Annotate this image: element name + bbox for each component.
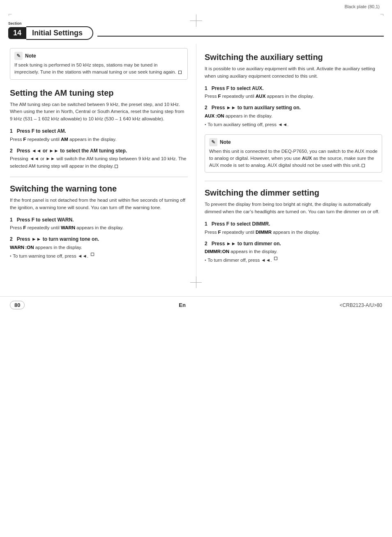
corner-left: ⌐ [8, 11, 12, 18]
warning-desc: If the front panel is not detached from … [10, 197, 188, 212]
bottom-cross [190, 277, 202, 288]
warning-step1-body: Press F repeatedly until WARN appears in… [10, 224, 188, 232]
section-label: Section [8, 21, 93, 25]
warning-step-2: 2 Press ►► to turn warning tone on. WARN… [10, 236, 188, 260]
note-header-1: ✎ Note [14, 52, 183, 60]
note-header-2: ✎ Note [209, 138, 378, 146]
am-step2-heading: 2 Press ◄◄ or ►► to select the AM tuning… [10, 148, 188, 154]
warning-step2-body: WARN :ON appears in the display. To turn… [10, 244, 188, 260]
aux-step2-heading: 2 Press ►► to turn auxiliary setting on. [205, 104, 382, 111]
dimmer-step-2: 2 Press ►► to turn dimmer on. DIMMR:ON a… [205, 240, 382, 264]
dimmer-bullet: To turn dimmer off, press ◄◄. [205, 257, 382, 264]
footer-lang: En [179, 302, 186, 308]
note-icon-2: ✎ [209, 138, 217, 146]
note-label-2: Note [220, 139, 231, 145]
warning-bullet: To turn warning tone off, press ◄◄. [10, 253, 188, 260]
note-text-2: When this unit is connected to the DEQ-P… [209, 148, 378, 169]
divider-2 [205, 181, 382, 181]
aux-bullet: To turn auxiliary setting off, press ◄◄. [205, 121, 382, 129]
section-header-line [97, 25, 384, 37]
am-step1-body: Press F repeatedly until AM appears in t… [10, 136, 188, 143]
footer-code: <CRB2123-A/U>80 [340, 302, 382, 308]
left-column: ✎ Note If seek tuning is performed in 50… [0, 44, 196, 277]
am-title: Setting the AM tuning step [10, 88, 188, 98]
end-marker-note2 [362, 164, 365, 167]
page-number: 80 [10, 301, 25, 309]
dimmer-title: Switching the dimmer setting [205, 188, 382, 198]
aux-step-2: 2 Press ►► to turn auxiliary setting on.… [205, 104, 382, 128]
aux-step1-heading: 1 Press F to select AUX. [205, 85, 382, 92]
am-desc: The AM tuning step can be switched betwe… [10, 101, 188, 123]
note-text-1: If seek tuning is performed in 50 kHz st… [14, 62, 183, 76]
aux-desc: It is possible to use auxiliary equipmen… [205, 65, 382, 80]
corner-right: ¬ [380, 11, 384, 18]
section-number: 14 [8, 27, 26, 39]
am-step1-heading: 1 Press F to select AM. [10, 128, 188, 135]
note-box-2: ✎ Note When this unit is connected to th… [205, 134, 382, 173]
black-plate-label: Black plate (80,1) [344, 4, 380, 9]
top-decoration: ⌐ ¬ [0, 11, 392, 18]
end-marker-am [115, 165, 118, 168]
dimmer-desc: To prevent the display from being too br… [205, 201, 382, 216]
warning-step2-heading: 2 Press ►► to turn warning tone on. [10, 236, 188, 243]
setting-dimmer-section: Switching the dimmer setting To prevent … [205, 188, 382, 264]
crosshair-top [190, 14, 202, 27]
warning-step-1: 1 Press F to select WARN. Press F repeat… [10, 217, 188, 232]
aux-step1-body: Press F repeatedly until AUX appears in … [205, 93, 382, 100]
dimmer-step2-body: DIMMR:ON appears in the display. To turn… [205, 248, 382, 264]
note-box-1: ✎ Note If seek tuning is performed in 50… [10, 48, 188, 80]
page-footer: 80 En <CRB2123-A/U>80 [0, 296, 392, 313]
note-label-1: Note [25, 53, 36, 59]
setting-am-section: Setting the AM tuning step The AM tuning… [10, 88, 188, 170]
setting-warning-section: Switching the warning tone If the front … [10, 184, 188, 260]
crosshair-bottom [0, 277, 392, 288]
am-step-2: 2 Press ◄◄ or ►► to select the AM tuning… [10, 148, 188, 170]
dimmer-step2-heading: 2 Press ►► to turn dimmer on. [205, 240, 382, 247]
page-header: Black plate (80,1) [0, 0, 392, 9]
dimmer-step1-heading: 1 Press F to select DIMMR. [205, 221, 382, 228]
warning-step1-heading: 1 Press F to select WARN. [10, 217, 188, 224]
aux-step2-body: AUX :ON appears in the display. To turn … [205, 113, 382, 129]
am-step2-body: Pressing ◄◄ or ►► will switch the AM tun… [10, 155, 188, 170]
end-marker-dimmer [274, 257, 277, 260]
aux-step-1: 1 Press F to select AUX. Press F repeate… [205, 85, 382, 101]
am-step-1: 1 Press F to select AM. Press F repeated… [10, 128, 188, 143]
section-title: Initial Settings [26, 26, 93, 40]
dimmer-step-1: 1 Press F to select DIMMR. Press F repea… [205, 221, 382, 236]
end-marker-warn [91, 253, 94, 256]
warning-title: Switching the warning tone [10, 184, 188, 194]
main-content: ✎ Note If seek tuning is performed in 50… [0, 44, 392, 277]
divider-1 [10, 177, 188, 177]
aux-title: Switching the auxiliary setting [205, 52, 382, 62]
right-column: Switching the auxiliary setting It is po… [196, 44, 392, 277]
setting-aux-section: Switching the auxiliary setting It is po… [205, 52, 382, 129]
end-marker-note1 [178, 71, 182, 74]
note-icon-1: ✎ [14, 52, 23, 60]
dimmer-step1-body: Press F repeatedly until DIMMR appears i… [205, 229, 382, 236]
